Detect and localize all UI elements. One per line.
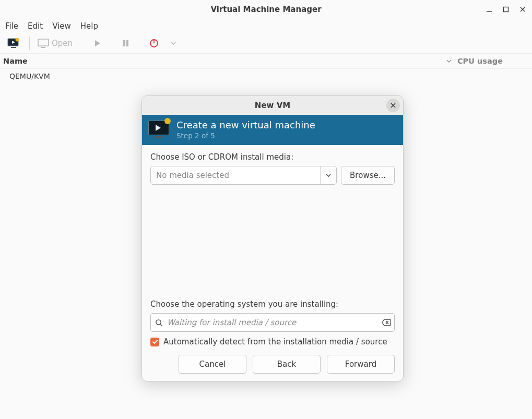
vm-list-header: Name CPU usage xyxy=(0,53,532,69)
svg-rect-5 xyxy=(38,39,49,46)
autodetect-label: Automatically detect from the installati… xyxy=(163,337,387,346)
minimize-button[interactable] xyxy=(482,2,496,17)
run-button[interactable] xyxy=(87,35,108,51)
window-controls xyxy=(482,0,530,19)
dialog-buttons: Cancel Back Forward xyxy=(142,350,403,381)
browse-button[interactable]: Browse... xyxy=(341,166,395,185)
dialog-title: New VM xyxy=(255,101,290,110)
forward-button[interactable]: Forward xyxy=(327,355,395,374)
new-vm-button[interactable] xyxy=(3,35,24,51)
pause-button[interactable] xyxy=(115,35,136,51)
column-header-name[interactable]: Name xyxy=(3,57,446,65)
titlebar: Virtual Machine Manager xyxy=(0,0,532,19)
new-vm-dialog: New VM Create a new virtual machine Step… xyxy=(141,95,404,381)
column-header-cpu[interactable]: CPU usage xyxy=(446,57,529,65)
dialog-close-button[interactable] xyxy=(386,99,400,112)
toolbar-separator xyxy=(29,37,30,50)
svg-rect-3 xyxy=(11,47,16,48)
autodetect-row[interactable]: Automatically detect from the installati… xyxy=(150,337,395,346)
autodetect-checkbox[interactable] xyxy=(150,338,159,346)
svg-point-12 xyxy=(156,319,161,324)
media-combo[interactable]: No media selected xyxy=(150,166,337,185)
banner-step: Step 2 of 5 xyxy=(176,131,315,140)
svg-rect-0 xyxy=(504,7,509,12)
dialog-titlebar: New VM xyxy=(142,96,403,115)
chevron-down-icon xyxy=(446,58,452,64)
os-search[interactable] xyxy=(150,313,395,332)
menu-view[interactable]: View xyxy=(52,21,71,31)
column-header-cpu-label: CPU usage xyxy=(457,57,503,65)
chevron-down-icon xyxy=(326,173,331,178)
svg-rect-6 xyxy=(41,47,45,48)
search-icon xyxy=(155,319,163,327)
virt-manager-window: Virtual Machine Manager File Edit View H… xyxy=(0,0,532,419)
media-combo-arrow[interactable] xyxy=(320,166,336,184)
os-label: Choose the operating system you are inst… xyxy=(150,300,395,309)
close-button[interactable] xyxy=(515,2,530,17)
media-combo-text: No media selected xyxy=(151,166,320,184)
maximize-button[interactable] xyxy=(499,2,513,17)
menu-file[interactable]: File xyxy=(5,21,18,31)
close-icon xyxy=(390,102,396,109)
svg-rect-8 xyxy=(123,40,125,46)
media-label: Choose ISO or CDROM install media: xyxy=(150,152,395,162)
svg-marker-7 xyxy=(95,40,100,46)
open-vm-button[interactable]: Open xyxy=(35,35,75,51)
shutdown-button[interactable] xyxy=(144,35,164,51)
os-search-input[interactable] xyxy=(166,317,379,328)
banner-title: Create a new virtual machine xyxy=(176,120,315,130)
dialog-body: Choose ISO or CDROM install media: No me… xyxy=(142,145,403,350)
toolbar: Open xyxy=(0,33,532,53)
shutdown-menu-button[interactable] xyxy=(165,35,181,51)
vm-icon xyxy=(148,121,169,139)
backspace-clear-icon[interactable] xyxy=(382,319,391,326)
open-label: Open xyxy=(52,39,73,48)
window-title: Virtual Machine Manager xyxy=(210,5,321,14)
connection-row[interactable]: QEMU/KVM xyxy=(0,69,532,83)
menu-help[interactable]: Help xyxy=(80,21,98,31)
back-button[interactable]: Back xyxy=(253,355,321,374)
menu-edit[interactable]: Edit xyxy=(28,21,43,31)
svg-line-13 xyxy=(160,324,162,326)
check-icon xyxy=(152,339,158,345)
cancel-button[interactable]: Cancel xyxy=(179,355,246,374)
menubar: File Edit View Help xyxy=(0,19,532,33)
svg-rect-9 xyxy=(126,40,128,46)
dialog-banner: Create a new virtual machine Step 2 of 5 xyxy=(142,115,403,145)
